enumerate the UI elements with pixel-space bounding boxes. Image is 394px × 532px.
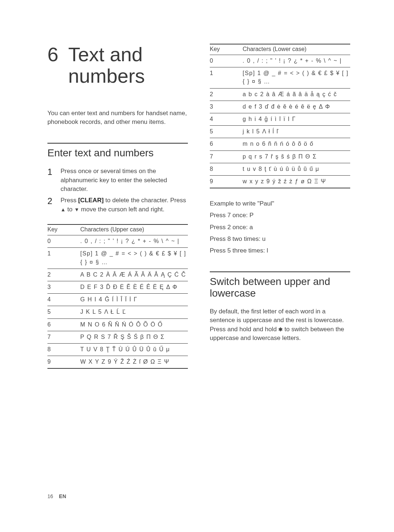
col-key-header: Key [210,44,243,55]
table-row: 8T U V 8 Ţ Ť Ù Ú Û Ü Ů ŭ Ű μ [47,343,188,356]
page-lang: EN [59,493,66,499]
key-cell: 3 [47,281,80,294]
table-row: 1[Sp] 1 @ _ # = < > ( ) & € £ $ ¥ [ ] { … [210,67,350,88]
key-cell: 0 [210,55,243,67]
chapter-title: Text and numbers [68,44,145,87]
chars-cell: a b c 2 à â Æ á ã â ä å ą ç ć č [243,88,350,101]
table-row: 2a b c 2 à â Æ á ã â ä å ą ç ć č [210,88,350,101]
chars-cell: M N O 6 Ñ Ň Ń Ó Ô Õ Ö Ő [80,318,188,331]
key-cell: 3 [210,101,243,113]
chars-cell: [Sp] 1 @ _ # = < > ( ) & € £ $ ¥ [ ] { }… [80,248,188,269]
key-cell: 9 [210,175,243,188]
key-cell: 4 [47,294,80,306]
up-arrow-icon [61,206,66,213]
col-chars-header: Characters (Upper case) [80,224,188,235]
table-row: 5J K L 5 Λ Ł Ĺ Ľ [47,306,188,318]
example-line: Press 5 three times: l [210,245,350,257]
example-line: Press 2 once: a [210,222,350,233]
table-row: 8t u v 8 ţ ť ù ú û ü ů ŭ ű μ [210,163,350,175]
table-row: 3d e f 3 ď đ ė ě è é ê ë ę Δ Φ [210,101,350,113]
section-rule [47,143,188,144]
section-switch-title: Switch between upper and lowercase [210,276,350,299]
right-column: Key Characters (Lower case) 0. 0 , / : ;… [210,44,350,369]
table-row: 6m n o 6 ñ ň ń ó ô õ ö ő [210,138,350,150]
key-cell: 6 [47,318,80,331]
example-intro: Example to write "Paul" [210,198,350,210]
example-line: Press 7 once: P [210,210,350,221]
chars-cell: W X Y Z 9 Ý Ž Ź Ż ſ Ø Ω Ξ Ψ [80,356,188,369]
key-cell: 2 [210,88,243,101]
table-row: 0. 0 , / : ; " ' ! ¡ ? ¿ * + - % \ ^ ~ | [210,55,350,67]
key-cell: 4 [210,113,243,125]
chapter-heading: 6 Text and numbers [47,44,188,87]
steps-list: Press once or several times on the alpha… [47,167,188,214]
example-block: Example to write "Paul" Press 7 once: P … [210,198,350,257]
table-row: 2A B C 2 À Â Æ Á Ã Ă Ä Å Ą Ç Ć Č [47,269,188,281]
key-cell: 1 [47,248,80,269]
key-cell: 1 [210,67,243,88]
left-column: 6 Text and numbers You can enter text an… [47,44,188,369]
table-row: 7P Q R S 7 Ř Ş Š Ś β Π Θ Σ [47,331,188,343]
table-row: 9W X Y Z 9 Ý Ž Ź Ż ſ Ø Ω Ξ Ψ [47,356,188,369]
chars-cell: J K L 5 Λ Ł Ĺ Ľ [80,306,188,318]
chars-cell: p q r s 7 ř ş š ś β Π Θ Σ [243,150,350,163]
chars-cell: D E F 3 Ď Đ Ė Ě È É Ê Ë Ę Δ Φ [80,281,188,294]
intro-text: You can enter text and numbers for hands… [47,109,188,127]
chars-cell: T U V 8 Ţ Ť Ù Ú Û Ü Ů ŭ Ű μ [80,343,188,356]
table-row: 1[Sp] 1 @ _ # = < > ( ) & € £ $ ¥ [ ] { … [47,248,188,269]
table-row: 7p q r s 7 ř ş š ś β Π Θ Σ [210,150,350,163]
key-cell: 7 [47,331,80,343]
chars-cell: t u v 8 ţ ť ù ú û ü ů ŭ ű μ [243,163,350,175]
key-cell: 2 [47,269,80,281]
star-key-icon [278,326,283,333]
section-rule [210,271,350,272]
page-number: 16 [47,493,53,499]
lower-case-table: Key Characters (Lower case) 0. 0 , / : ;… [210,44,350,188]
key-cell: 9 [47,356,80,369]
down-arrow-icon [74,206,79,213]
upper-case-table: Key Characters (Upper case) 0. 0 , / : ;… [47,224,188,369]
step-2: Press [CLEAR] to delete the character. P… [47,196,188,214]
key-cell: 8 [210,163,243,175]
chars-cell: g h i 4 ğ í ì î ï I Γ [243,113,350,125]
table-row: 3D E F 3 Ď Đ Ė Ě È É Ê Ë Ę Δ Φ [47,281,188,294]
key-cell: 8 [47,343,80,356]
key-cell: 6 [210,138,243,150]
example-line: Press 8 two times: u [210,233,350,245]
chars-cell: [Sp] 1 @ _ # = < > ( ) & € £ $ ¥ [ ] { }… [243,67,350,88]
page-footer: 16 EN [47,493,66,499]
section-enter-title: Enter text and numbers [47,147,188,159]
col-chars-header: Characters (Lower case) [243,44,350,55]
chars-cell: A B C 2 À Â Æ Á Ã Ă Ä Å Ą Ç Ć Č [80,269,188,281]
chars-cell: P Q R S 7 Ř Ş Š Ś β Π Θ Σ [80,331,188,343]
chars-cell: m n o 6 ñ ň ń ó ô õ ö ő [243,138,350,150]
table-row: 0. 0 , / : ; " ' ! ¡ ? ¿ * + - % \ ^ ~ | [47,235,188,248]
chapter-number: 6 [47,44,58,65]
step-1: Press once or several times on the alpha… [47,167,188,194]
switch-body: By default, the first letter of each wor… [210,307,350,343]
chars-cell: G H I 4 Ğ Í Ì Î Ï İ Γ [80,294,188,306]
chars-cell: . 0 , / : ; " ' ! ¡ ? ¿ * + - % \ ^ ~ | [80,235,188,248]
col-key-header: Key [47,224,80,235]
key-cell: 5 [47,306,80,318]
chars-cell: w x y z 9 ý ž ź ż ƒ ø Ω Ξ Ψ [243,175,350,188]
chars-cell: d e f 3 ď đ ė ě è é ê ë ę Δ Φ [243,101,350,113]
chars-cell: . 0 , / : ; " ' ! ¡ ? ¿ * + - % \ ^ ~ | [243,55,350,67]
clear-key-label: [CLEAR] [78,197,104,204]
table-row: 4g h i 4 ğ í ì î ï I Γ [210,113,350,125]
chars-cell: j k l 5 Λ ł ĺ ľ [243,126,350,138]
table-row: 4G H I 4 Ğ Í Ì Î Ï İ Γ [47,294,188,306]
table-row: 5j k l 5 Λ ł ĺ ľ [210,126,350,138]
table-row: 6M N O 6 Ñ Ň Ń Ó Ô Õ Ö Ő [47,318,188,331]
key-cell: 5 [210,126,243,138]
key-cell: 0 [47,235,80,248]
key-cell: 7 [210,150,243,163]
table-row: 9w x y z 9 ý ž ź ż ƒ ø Ω Ξ Ψ [210,175,350,188]
